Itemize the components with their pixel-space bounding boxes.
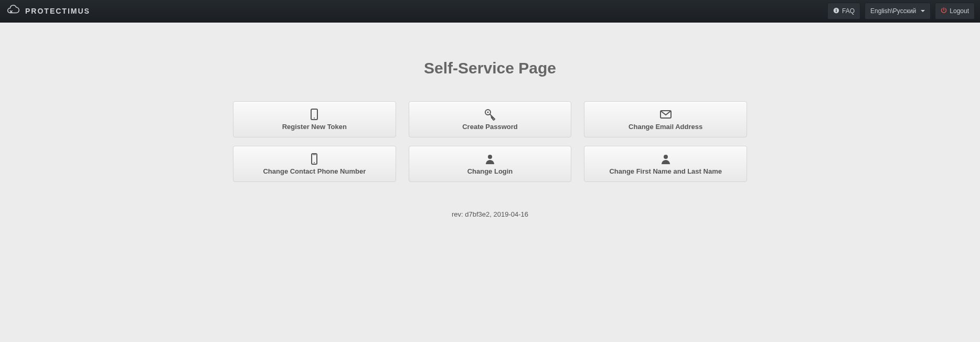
user-icon (484, 152, 496, 166)
chevron-down-icon (921, 10, 925, 12)
svg-rect-1 (836, 10, 837, 12)
card-change-email[interactable]: Change Email Address (584, 101, 747, 137)
brand-logo-icon (5, 5, 21, 18)
card-label: Change Email Address (629, 123, 702, 131)
faq-label: FAQ (842, 8, 855, 14)
card-grid: Register New Token Create Password Chang… (233, 101, 747, 182)
svg-point-6 (487, 112, 488, 113)
info-icon (833, 7, 839, 15)
phone-icon (308, 152, 321, 166)
brand-text: PROTECTIMUS (25, 7, 90, 15)
card-label: Register New Token (282, 123, 347, 131)
card-label: Create Password (462, 123, 518, 131)
nav-right: FAQ English\Русский Logout (827, 3, 975, 19)
brand[interactable]: PROTECTIMUS (5, 5, 90, 18)
svg-rect-2 (836, 9, 837, 10)
svg-point-9 (314, 162, 315, 163)
card-label: Change First Name and Last Name (609, 167, 722, 175)
language-label: English\Русский (870, 8, 916, 14)
page-content: Self-Service Page Register New Token Cre… (227, 23, 753, 218)
language-dropdown[interactable]: English\Русский (865, 3, 931, 19)
card-change-phone[interactable]: Change Contact Phone Number (233, 146, 396, 182)
faq-button[interactable]: FAQ (827, 3, 860, 19)
card-change-name[interactable]: Change First Name and Last Name (584, 146, 747, 182)
tablet-icon (308, 107, 321, 122)
top-navbar: PROTECTIMUS FAQ English\Русский Logout (0, 0, 980, 23)
card-create-password[interactable]: Create Password (409, 101, 572, 137)
card-change-login[interactable]: Change Login (409, 146, 572, 182)
page-title: Self-Service Page (233, 59, 747, 77)
svg-point-11 (488, 155, 492, 159)
revision-text: rev: d7bf3e2, 2019-04-16 (233, 210, 747, 218)
logout-label: Logout (950, 8, 969, 14)
svg-point-12 (664, 155, 668, 159)
svg-point-4 (314, 117, 315, 119)
power-icon (941, 7, 947, 15)
card-label: Change Login (467, 167, 513, 175)
card-label: Change Contact Phone Number (263, 167, 366, 175)
logout-button[interactable]: Logout (935, 3, 975, 19)
user-icon (659, 152, 672, 166)
key-icon (484, 107, 496, 122)
envelope-icon (659, 107, 672, 122)
card-register-token[interactable]: Register New Token (233, 101, 396, 137)
